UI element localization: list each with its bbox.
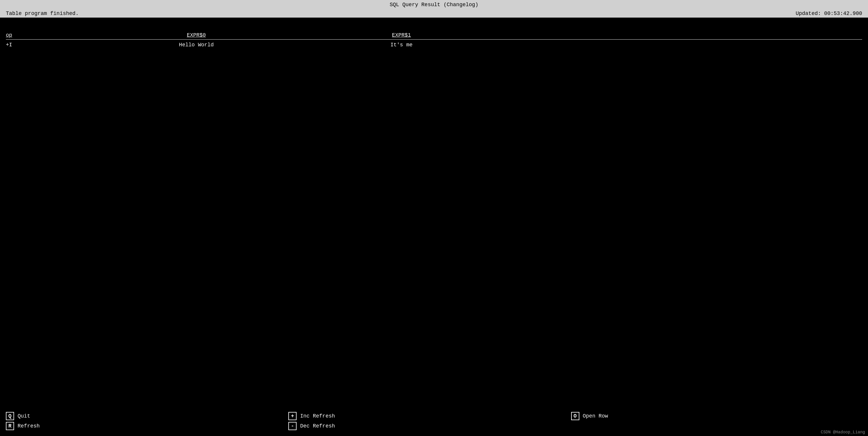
main-content: op EXPR$0 EXPR$1 +I Hello World It's me xyxy=(0,26,868,404)
key-minus: - xyxy=(288,422,297,430)
cell-expr1: It's me xyxy=(299,42,504,48)
label-refresh: Refresh xyxy=(18,423,40,429)
bottom-bar: Q Quit R Refresh + Inc Refresh - Dec Ref… xyxy=(0,409,868,436)
title-bar: SQL Query Result (Changelog) xyxy=(0,0,868,9)
status-left: Table program finished. xyxy=(6,10,79,17)
cell-expr0: Hello World xyxy=(94,42,299,48)
col-header-op: op xyxy=(6,32,94,38)
table-header: op EXPR$0 EXPR$1 xyxy=(6,32,862,39)
shortcut-inc-refresh[interactable]: + Inc Refresh xyxy=(288,412,571,420)
shortcut-dec-refresh[interactable]: - Dec Refresh xyxy=(288,422,571,430)
bottom-row: Q Quit R Refresh + Inc Refresh - Dec Ref… xyxy=(6,412,862,430)
shortcut-open-row[interactable]: O Open Row xyxy=(571,412,854,420)
label-quit: Quit xyxy=(18,413,30,419)
bottom-left: Q Quit R Refresh xyxy=(6,412,288,430)
key-q: Q xyxy=(6,412,14,420)
status-bar: Table program finished. Updated: 00:53:4… xyxy=(0,9,868,18)
table-row: +I Hello World It's me xyxy=(6,42,862,48)
label-dec-refresh: Dec Refresh xyxy=(300,423,335,429)
shortcut-quit[interactable]: Q Quit xyxy=(6,412,288,420)
bottom-right: O Open Row xyxy=(571,412,854,430)
key-o: O xyxy=(571,412,579,420)
label-open-row: Open Row xyxy=(583,413,608,419)
key-plus: + xyxy=(288,412,297,420)
label-inc-refresh: Inc Refresh xyxy=(300,413,335,419)
title-text: SQL Query Result (Changelog) xyxy=(390,2,478,8)
key-r: R xyxy=(6,422,14,430)
col-header-expr0: EXPR$0 xyxy=(94,32,299,38)
bottom-middle: + Inc Refresh - Dec Refresh xyxy=(288,412,571,430)
watermark: CSDN @Hadoop_Liang xyxy=(821,430,865,435)
cell-op: +I xyxy=(6,42,94,48)
shortcut-refresh[interactable]: R Refresh xyxy=(6,422,288,430)
col-header-expr1: EXPR$1 xyxy=(299,32,504,38)
status-right: Updated: 00:53:42.900 xyxy=(796,10,862,17)
